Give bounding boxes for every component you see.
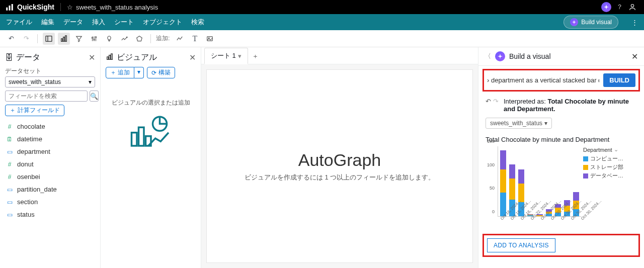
sparkle-icon [570,18,578,26]
add-sheet-button[interactable]: ＋ [250,51,261,62]
undo-button[interactable]: ↶ [5,33,17,45]
build-visual-button[interactable]: Build visual [564,16,618,29]
search-button[interactable]: 🔍 [90,91,99,102]
help-icon[interactable]: ？ [613,1,626,14]
chevron-down-icon: ▾ [89,78,92,85]
close-data-panel[interactable]: ✕ [89,53,95,62]
app-logo: QuickSight [5,3,54,12]
legend-item[interactable]: データベー… [583,172,623,180]
chevron-down-icon[interactable]: ⌄ [614,146,618,153]
add-to-analysis-button[interactable]: ADD TO ANALYSIS [487,238,555,252]
autograph-title: AutoGraph [298,150,381,170]
back-button[interactable]: 〈 [485,52,491,61]
svg-rect-2 [12,4,13,11]
field-label: partition_date [17,186,57,193]
legend-swatch [583,156,588,161]
svg-rect-0 [6,8,8,11]
field-type-icon: # [6,173,13,181]
autograph-card[interactable]: AutoGraph ビジュアルを作成するには 1 つ以上のフィールドを追加します… [206,69,473,263]
field-partition_date[interactable]: ▭partition_date [5,183,95,196]
settings-icon[interactable] [88,33,100,45]
add-image-icon[interactable] [204,33,216,45]
legend-item[interactable]: ストレージ部 [583,163,623,171]
menu-edit[interactable]: 編集 [41,18,54,27]
field-department[interactable]: ▭department [5,145,95,158]
field-label: department [17,148,50,155]
field-datetime[interactable]: 🗓datetime [5,133,95,145]
svg-point-17 [95,36,96,37]
chart-title: Total Chocolate by minute and Department [486,136,637,143]
legend-label: ストレージ部 [590,163,623,171]
menu-more-icon[interactable]: ⋮ [631,19,638,26]
build-prompt-text[interactable]: › department as a vertical stacked bar c… [487,76,599,84]
legend-swatch [583,165,588,170]
field-search-input[interactable] [5,91,88,102]
field-label: chocolate [17,123,45,130]
field-type-icon: # [6,123,13,130]
svg-marker-19 [137,36,142,41]
menu-file[interactable]: ファイル [6,18,32,27]
menu-data[interactable]: データ [63,18,83,27]
menu-insert[interactable]: 挿入 [92,18,105,27]
svg-rect-23 [109,55,111,59]
svg-rect-27 [138,127,144,146]
menu-search[interactable]: 検索 [191,18,204,27]
chart-icon [106,53,114,63]
filter-icon[interactable] [73,33,85,45]
svg-marker-11 [76,36,82,42]
bar[interactable] [500,150,506,216]
highlight-add: ADD TO ANALYSIS [482,234,640,257]
svg-rect-6 [46,36,52,41]
field-section[interactable]: ▭section [5,196,95,208]
visual-panel-toggle[interactable] [58,33,70,45]
field-type-icon: 🗓 [6,136,13,143]
visual-structure-button[interactable]: ⟳構築 [147,67,175,78]
menu-sheet[interactable]: シート [114,18,134,27]
toolbar-add-label: 追加: [156,34,170,43]
field-label: osenbei [17,173,40,181]
visual-add-button[interactable]: ＋ 追加 [106,67,134,78]
chevron-down-icon[interactable]: ▾ [238,52,242,60]
sheet-tab-1[interactable]: シート 1▾ [204,48,248,64]
legend-item[interactable]: コンピュー… [583,155,623,162]
svg-rect-24 [111,54,113,59]
autograph-desc: ビジュアルを作成するには 1 つ以上のフィールドを追加します。 [245,173,435,182]
close-visual-panel[interactable]: ✕ [189,53,196,62]
chart-preview[interactable]: 050100150 Oct 16, 2024…Oct 16, 2024…Oct … [486,146,581,227]
field-type-icon: ▭ [6,199,13,206]
svg-rect-8 [61,39,63,41]
q-assistant-icon[interactable] [600,1,613,14]
build-panel-title: Build a visual [509,52,551,60]
analytics-icon[interactable] [118,33,130,45]
interp-redo[interactable]: ↷ [493,98,499,113]
chevron-down-icon: ▾ [544,120,547,127]
field-chocolate[interactable]: #chocolate [5,120,95,133]
dataset-selector[interactable]: sweets_with_status▾ [5,76,95,87]
star-icon[interactable]: ☆ [67,4,73,11]
data-panel-toggle[interactable] [43,33,55,45]
add-calc-field-button[interactable]: ＋計算フィールド [5,105,64,116]
add-line-icon[interactable] [174,33,186,45]
legend-title: Department [583,147,612,153]
svg-marker-29 [498,54,503,59]
field-status[interactable]: ▭status [5,208,95,221]
menu-object[interactable]: オブジェクト [143,18,182,27]
document-title[interactable]: ☆ sweets_with_status analysis [67,4,158,11]
svg-point-16 [94,39,95,40]
user-icon[interactable] [626,1,639,14]
svg-marker-5 [572,20,576,24]
visual-add-dropdown[interactable]: ▾ [134,67,144,78]
close-build-panel[interactable]: ✕ [631,52,638,61]
field-osenbei[interactable]: #osenbei [5,170,95,183]
lightbulb-icon[interactable] [103,33,115,45]
interp-undo[interactable]: ↶ [486,98,491,113]
dataset-chip[interactable]: sweets_with_status ▾ [486,118,552,129]
database-icon: 🗄 [5,53,13,62]
svg-rect-22 [107,57,109,59]
add-text-icon[interactable]: T [189,33,201,45]
shape-icon[interactable] [133,33,145,45]
svg-point-4 [631,5,633,7]
field-donut[interactable]: #donut [5,158,95,170]
build-submit-button[interactable]: BUILD [603,73,635,87]
redo-button: ↷ [20,33,32,45]
